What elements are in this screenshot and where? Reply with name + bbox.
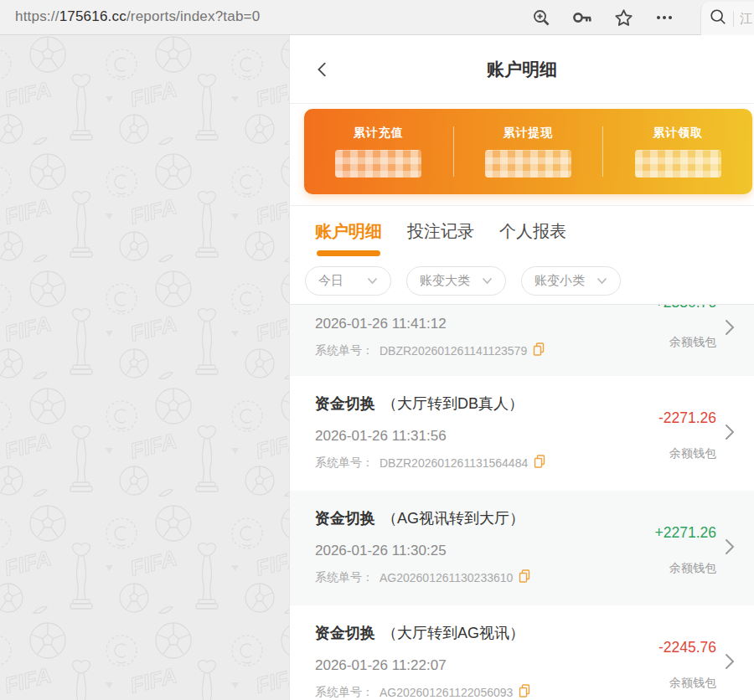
- find-bar[interactable]: 江: [700, 2, 754, 35]
- page-title: 账户明细: [487, 58, 557, 81]
- order-label: 系统单号：: [315, 685, 374, 700]
- chevron-down-icon: [596, 277, 607, 285]
- url-field[interactable]: https://175616.cc/reports/index?tab=0: [15, 8, 260, 25]
- order-label: 系统单号：: [315, 456, 374, 471]
- fifa-pattern-graphic: FIFA: [0, 35, 289, 700]
- tab-label: 投注记录: [407, 222, 474, 240]
- filter-bar: 今日 账变大类 账变小类: [290, 266, 754, 304]
- chevron-right-icon: [719, 651, 739, 672]
- chevron-down-icon: [367, 277, 378, 285]
- transaction-list: 2026-01-26 11:41:12 系统单号：DBZR20260126114…: [290, 304, 754, 700]
- summary-label: 累计提现: [504, 126, 554, 141]
- browser-address-bar[interactable]: https://175616.cc/reports/index?tab=0: [0, 0, 754, 35]
- summary-value-redacted: [335, 150, 421, 178]
- transaction-row[interactable]: 资金切换（大厅转到AG视讯） 2026-01-26 11:22:07 系统单号：…: [290, 605, 754, 700]
- summary-total-bonus: 累计领取: [603, 109, 752, 194]
- chevron-left-icon: [313, 60, 332, 79]
- tab-account-detail[interactable]: 账户明细: [315, 220, 382, 256]
- password-key-icon[interactable]: [571, 6, 594, 29]
- wallet-label: 余额钱包: [669, 561, 716, 576]
- url-domain: 175616.cc: [59, 8, 127, 24]
- transaction-row[interactable]: 2026-01-26 11:41:12 系统单号：DBZR20260126114…: [290, 305, 754, 376]
- more-menu-icon[interactable]: [653, 6, 676, 29]
- transaction-amount: -2271.26: [658, 409, 716, 427]
- report-tabs: 账户明细 投注记录 个人报表: [290, 206, 754, 266]
- url-scheme: https://: [15, 8, 59, 24]
- page-header: 账户明细: [290, 35, 754, 104]
- summary-section: 累计充值 累计提现 累计领取: [290, 104, 754, 206]
- find-hint-text: 江: [733, 11, 752, 27]
- order-label: 系统单号：: [315, 570, 374, 585]
- summary-label: 累计领取: [653, 126, 703, 141]
- filter-major-category-dropdown[interactable]: 账变大类: [406, 266, 506, 296]
- summary-card: 累计充值 累计提现 累计领取: [304, 109, 752, 194]
- wallet-label: 余额钱包: [669, 446, 716, 461]
- order-label: 系统单号：: [315, 343, 374, 358]
- transaction-row[interactable]: 资金切换（AG视讯转到大厅） 2026-01-26 11:30:25 系统单号：…: [290, 491, 754, 605]
- transaction-time: 2026-01-26 11:31:56: [315, 428, 729, 445]
- filter-date-dropdown[interactable]: 今日: [305, 266, 391, 296]
- tab-personal-report[interactable]: 个人报表: [499, 220, 566, 256]
- transaction-time: 2026-01-26 11:30:25: [315, 543, 729, 559]
- transaction-order: 系统单号：DBZR202601261141123579: [315, 342, 729, 358]
- summary-label: 累计充值: [354, 126, 404, 141]
- chevron-right-icon: [719, 537, 739, 557]
- reports-page-panel: 账户明细 累计充值 累计提现 累计领取 账户明细 投注记录: [289, 35, 754, 700]
- fifa-pattern-wallpaper: FIFA: [0, 35, 289, 700]
- url-path: /reports/index?tab=0: [127, 8, 260, 24]
- tab-label: 个人报表: [499, 222, 566, 240]
- active-tab-underline: [317, 250, 380, 256]
- summary-total-deposit: 累计充值: [304, 109, 453, 194]
- copy-icon[interactable]: [519, 569, 530, 585]
- copy-icon[interactable]: [533, 342, 545, 358]
- summary-value-redacted: [485, 150, 571, 178]
- filter-label: 账变大类: [420, 273, 470, 289]
- transaction-order: 系统单号：DBZR202601261131564484: [315, 455, 729, 471]
- back-button[interactable]: [312, 59, 333, 80]
- transaction-amount-clipped: +2330.76: [624, 305, 716, 311]
- transaction-time: 2026-01-26 11:22:07: [315, 657, 729, 674]
- chevron-right-icon: [719, 317, 739, 337]
- transaction-order: 系统单号：AG202601261130233610: [315, 569, 729, 585]
- transaction-amount: -2245.76: [658, 639, 716, 656]
- tab-label: 账户明细: [315, 222, 382, 240]
- chevron-down-icon: [482, 277, 493, 285]
- order-number: AG202601261122056093: [380, 686, 513, 699]
- copy-icon[interactable]: [534, 455, 545, 471]
- wallet-label: 余额钱包: [669, 335, 716, 350]
- search-icon[interactable]: [709, 8, 727, 29]
- order-number: DBZR202601261141123579: [380, 344, 527, 358]
- filter-minor-category-dropdown[interactable]: 账变小类: [521, 266, 621, 296]
- summary-value-redacted: [635, 150, 721, 178]
- transaction-order: 系统单号：AG202601261122056093: [315, 684, 729, 700]
- transaction-amount: +2271.26: [655, 524, 716, 542]
- filter-label: 今日: [318, 273, 343, 289]
- bookmark-star-icon[interactable]: [612, 6, 635, 29]
- transaction-row[interactable]: 资金切换（大厅转到DB真人） 2026-01-26 11:31:56 系统单号：…: [290, 376, 754, 491]
- summary-total-withdraw: 累计提现: [454, 109, 603, 194]
- copy-icon[interactable]: [519, 684, 530, 700]
- chevron-right-icon: [719, 422, 739, 442]
- wallet-label: 余额钱包: [669, 676, 716, 691]
- tab-bet-records[interactable]: 投注记录: [407, 220, 474, 256]
- order-number: AG202601261130233610: [380, 571, 513, 584]
- filter-label: 账变小类: [535, 273, 585, 289]
- order-number: DBZR202601261131564484: [380, 456, 528, 470]
- zoom-in-icon[interactable]: [529, 6, 553, 29]
